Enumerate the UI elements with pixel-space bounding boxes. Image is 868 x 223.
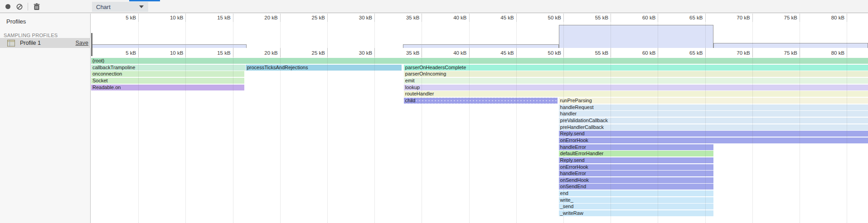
- ruler-tick-label: 10 kB: [170, 14, 185, 22]
- flame-bar[interactable]: routeHandler: [404, 91, 868, 97]
- flame-row: Reply.send: [91, 130, 868, 137]
- ruler-tick: [469, 14, 470, 22]
- flame-row: handler: [91, 110, 868, 117]
- ruler-tick-label: 25 kB: [312, 14, 327, 22]
- flame-row: preHandlerCallback: [91, 124, 868, 131]
- ruler-tick-label: 20 kB: [264, 48, 280, 57]
- ruler-tick-label: 40 kB: [453, 14, 469, 22]
- ruler-tick-label: 5 kB: [126, 14, 138, 22]
- ruler-tick: [752, 48, 753, 57]
- flame-bar[interactable]: runPreParsing: [559, 98, 868, 104]
- flame-row: defaultErrorHandler: [91, 150, 868, 157]
- flame-bar[interactable]: Reply.send: [559, 131, 868, 137]
- flame-row: handleError: [91, 170, 868, 177]
- ruler-tick: [563, 14, 564, 22]
- flame-bar[interactable]: Reply.send: [559, 157, 714, 163]
- toolbar: Chart: [0, 0, 868, 13]
- flame-bar[interactable]: processTicksAndRejections: [246, 65, 402, 71]
- flame-bar[interactable]: handleError: [559, 144, 714, 150]
- ruler-tick-label: 45 kB: [500, 14, 516, 22]
- ruler-tick: [469, 48, 470, 57]
- flame-bar[interactable]: onSendHook: [559, 177, 714, 183]
- clear-profiles-button[interactable]: [16, 0, 23, 13]
- record-button[interactable]: [4, 0, 11, 13]
- flame-bar[interactable]: onErrorHook: [559, 164, 714, 170]
- flame-row: Reply.send: [91, 157, 868, 164]
- ruler-tick: [233, 48, 233, 57]
- delete-profile-button[interactable]: [32, 0, 41, 13]
- flame-graph: (root)callbackTrampolineprocessTicksAndR…: [91, 57, 868, 217]
- ruler-tick-label: 15 kB: [217, 14, 233, 22]
- flame-bar[interactable]: onSendEnd: [559, 184, 714, 190]
- save-profile-link[interactable]: Save: [76, 40, 89, 46]
- flame-bar[interactable]: emit: [404, 78, 868, 84]
- flame-bar[interactable]: onconnection: [91, 71, 244, 77]
- ruler-tick: [752, 14, 753, 22]
- flame-row: onSendHook: [91, 177, 868, 184]
- ruler-tick-label: 55 kB: [595, 14, 611, 22]
- ruler-tick: [705, 48, 706, 57]
- ruler-tick-label: 65 kB: [689, 48, 705, 57]
- flame-bar[interactable]: preValidationCallback: [559, 118, 868, 123]
- ruler-tick: [516, 14, 517, 22]
- trash-icon: [34, 3, 40, 10]
- ruler-tick: [185, 48, 186, 57]
- flame-bar[interactable]: handleRequest: [559, 104, 868, 110]
- flame-bar[interactable]: callbackTrampoline: [91, 65, 245, 71]
- ruler-tick-label: 80 kB: [831, 48, 847, 57]
- flame-bar[interactable]: Socket: [91, 78, 244, 84]
- flame-row: onSendEnd: [91, 183, 868, 190]
- ruler-tick-label: 75 kB: [784, 48, 799, 57]
- flame-bar[interactable]: _writeRaw: [559, 210, 714, 216]
- flame-bar[interactable]: handleError: [559, 171, 714, 176]
- profile-table-icon: [7, 40, 15, 47]
- flame-row: handleRequest: [91, 104, 868, 111]
- ruler-tick: [658, 48, 658, 57]
- ruler-tick: [138, 48, 139, 57]
- flame-row: end: [91, 190, 868, 197]
- memory-overview[interactable]: [91, 22, 868, 48]
- ruler-tick-label: 50 kB: [548, 48, 563, 57]
- flame-bar[interactable]: child: [404, 98, 558, 104]
- flame-chart-pane: 5 kB10 kB15 kB20 kB25 kB30 kB35 kB40 kB4…: [91, 14, 868, 223]
- flame-bar[interactable]: lookup: [404, 85, 868, 90]
- ruler-tick-label: 55 kB: [595, 48, 611, 57]
- flame-bar[interactable]: parserOnIncoming: [404, 71, 868, 77]
- overview-segment: [559, 25, 714, 48]
- ruler-tick-label: 30 kB: [359, 14, 374, 22]
- flame-bar[interactable]: (root): [91, 58, 868, 64]
- ruler-tick-label: 20 kB: [264, 14, 280, 22]
- flame-row: callbackTrampolineprocessTicksAndRejecti…: [91, 64, 868, 71]
- flame-row: Socketemit: [91, 77, 868, 84]
- sidebar-item-profile-1[interactable]: Profile 1 Save: [0, 38, 91, 48]
- flame-bar[interactable]: _send: [559, 204, 714, 209]
- overview-selection-handle[interactable]: [91, 33, 92, 56]
- view-mode-value: Chart: [92, 4, 139, 10]
- view-mode-select[interactable]: Chart: [92, 2, 148, 12]
- ruler-tick: [611, 14, 611, 22]
- flame-bar[interactable]: handler: [559, 111, 868, 117]
- ruler-tick-label: 40 kB: [453, 48, 469, 57]
- flame-row: preValidationCallback: [91, 117, 868, 124]
- ruler-tick: [563, 48, 564, 57]
- ruler-tick: [280, 48, 281, 57]
- flame-row: Readable.onlookup: [91, 84, 868, 91]
- flame-bar[interactable]: Readable.on: [91, 85, 244, 90]
- flame-bar[interactable]: write_: [559, 197, 714, 203]
- ruler-tick-label: 10 kB: [170, 48, 185, 57]
- flame-bar[interactable]: parserOnHeadersComplete: [404, 65, 868, 71]
- sampling-profiles-section-label: SAMPLING PROFILES: [0, 25, 90, 38]
- flame-row: handleError: [91, 144, 868, 151]
- flame-bar[interactable]: defaultErrorHandler: [559, 151, 714, 157]
- profile-name: Profile 1: [20, 40, 76, 46]
- flame-bar[interactable]: preHandlerCallback: [559, 124, 868, 130]
- ruler-tick-label: 25 kB: [312, 48, 327, 57]
- ruler-tick: [705, 14, 706, 22]
- ruler-tick: [658, 14, 658, 22]
- flame-bar[interactable]: onErrorHook: [559, 138, 868, 143]
- flame-bar[interactable]: end: [559, 190, 714, 196]
- ruler-tick-label: 70 kB: [737, 14, 752, 22]
- ruler-tick: [138, 14, 139, 22]
- ruler-bottom: 5 kB10 kB15 kB20 kB25 kB30 kB35 kB40 kB4…: [91, 48, 868, 57]
- ruler-tick: [374, 14, 375, 22]
